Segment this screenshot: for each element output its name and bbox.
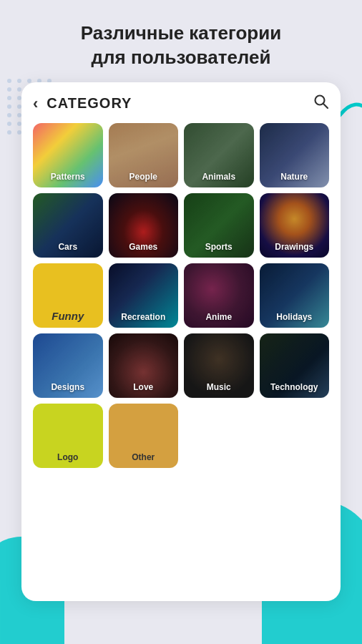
category-item-holidays[interactable]: Holidays bbox=[260, 263, 330, 328]
category-grid: PatternsPeopleAnimalsNatureCarsGamesSpor… bbox=[33, 123, 329, 468]
card-header: ‹ CATEGORY bbox=[33, 94, 329, 113]
category-item-technology[interactable]: Technology bbox=[260, 333, 330, 398]
category-item-music[interactable]: Music bbox=[184, 333, 254, 398]
category-label-recreation: Recreation bbox=[109, 312, 179, 322]
background: Различные категории для пользователей ‹ … bbox=[0, 0, 362, 644]
category-item-recreation[interactable]: Recreation bbox=[109, 263, 179, 328]
category-card: ‹ CATEGORY PatternsPeopleAnimalsNatureCa… bbox=[21, 82, 341, 601]
category-label-anime: Anime bbox=[184, 312, 254, 322]
category-item-anime[interactable]: Anime bbox=[184, 263, 254, 328]
category-item-funny[interactable]: Funny bbox=[33, 263, 103, 328]
category-item-nature[interactable]: Nature bbox=[260, 123, 330, 187]
category-label-nature: Nature bbox=[260, 172, 330, 182]
category-item-patterns[interactable]: Patterns bbox=[33, 123, 103, 187]
category-label-funny: Funny bbox=[33, 310, 103, 322]
category-label-logo: Logo bbox=[33, 452, 103, 462]
category-label-music: Music bbox=[184, 382, 254, 392]
category-item-logo[interactable]: Logo bbox=[33, 404, 103, 468]
category-item-animals[interactable]: Animals bbox=[184, 123, 254, 187]
search-button[interactable] bbox=[313, 94, 329, 113]
category-label-people: People bbox=[109, 172, 179, 182]
headline-line1: Различные категории bbox=[81, 22, 281, 44]
svg-line-1 bbox=[323, 104, 328, 108]
category-label-technology: Technology bbox=[260, 382, 330, 392]
category-label-games: Games bbox=[109, 242, 179, 252]
card-title: CATEGORY bbox=[47, 95, 313, 112]
category-label-sports: Sports bbox=[184, 242, 254, 252]
category-label-other: Other bbox=[109, 452, 179, 462]
category-label-holidays: Holidays bbox=[260, 312, 330, 322]
category-item-cars[interactable]: Cars bbox=[33, 193, 103, 258]
category-label-love: Love bbox=[109, 382, 179, 392]
category-item-drawings[interactable]: Drawings bbox=[260, 193, 330, 258]
headline: Различные категории для пользователей bbox=[0, 21, 362, 70]
category-label-drawings: Drawings bbox=[260, 242, 330, 252]
category-label-patterns: Patterns bbox=[33, 172, 103, 182]
category-label-animals: Animals bbox=[184, 172, 254, 182]
back-button[interactable]: ‹ bbox=[33, 94, 38, 113]
category-item-games[interactable]: Games bbox=[109, 193, 179, 258]
headline-line2: для пользователей bbox=[92, 47, 271, 68]
category-item-love[interactable]: Love bbox=[109, 333, 179, 398]
category-label-cars: Cars bbox=[33, 242, 103, 252]
category-item-other[interactable]: Other bbox=[109, 404, 179, 468]
category-item-sports[interactable]: Sports bbox=[184, 193, 254, 258]
category-label-designs: Designs bbox=[33, 382, 103, 392]
category-item-designs[interactable]: Designs bbox=[33, 333, 103, 398]
category-item-people[interactable]: People bbox=[109, 123, 179, 187]
